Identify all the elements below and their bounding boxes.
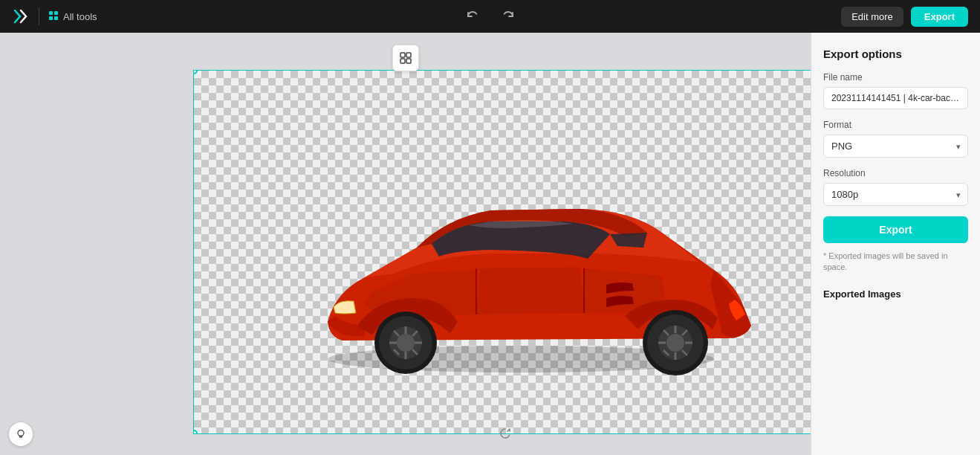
topbar-center (461, 4, 520, 28)
refresh-icon[interactable] (499, 427, 512, 443)
format-label: Format (823, 120, 968, 130)
panel-title: Export options (823, 48, 968, 60)
topbar-divider (39, 7, 39, 25)
svg-rect-7 (406, 59, 411, 63)
svg-rect-2 (49, 16, 53, 20)
main-area: Export options File name 20231114141451 … (0, 33, 980, 455)
svg-rect-1 (54, 11, 58, 15)
svg-rect-5 (406, 53, 411, 57)
export-panel-button[interactable]: Export (823, 216, 968, 243)
topbar-right: Edit more Export (841, 7, 968, 27)
export-note: * Exported images will be saved in space… (823, 251, 968, 274)
canvas-toolbar (392, 45, 419, 71)
lightbulb-icon[interactable] (9, 422, 33, 446)
exported-images-title: Exported Images (823, 288, 968, 300)
grid-tool-button[interactable] (392, 45, 419, 71)
svg-rect-3 (54, 16, 58, 20)
redo-button[interactable] (496, 4, 520, 28)
svg-point-14 (397, 334, 415, 352)
export-panel: Export options File name 20231114141451 … (811, 33, 980, 455)
resolution-select-wrapper: 720p 1080p 4K Original ▾ (823, 183, 968, 206)
logo-area[interactable] (12, 7, 30, 25)
all-tools-label: All tools (63, 11, 97, 22)
logo-icon[interactable] (12, 7, 30, 25)
resolution-select[interactable]: 720p 1080p 4K Original (823, 183, 968, 206)
file-name-label: File name (823, 72, 968, 83)
format-select[interactable]: PNG JPG WEBP (823, 135, 968, 158)
car-image (268, 106, 773, 389)
canvas-area[interactable] (0, 33, 811, 455)
svg-rect-0 (49, 11, 53, 15)
format-select-wrapper: PNG JPG WEBP ▾ (823, 135, 968, 158)
file-name-input[interactable]: 20231114141451 | 4k-car-background-ul... (823, 87, 968, 109)
exported-images-section: Exported Images (823, 288, 968, 300)
canvas-frame[interactable] (193, 70, 811, 434)
edit-more-button[interactable]: Edit more (841, 7, 903, 27)
svg-rect-4 (400, 53, 405, 57)
all-tools-nav[interactable]: All tools (48, 10, 97, 23)
svg-point-26 (666, 334, 684, 352)
topbar: All tools Edit more Export (0, 0, 980, 33)
resolution-label: Resolution (823, 168, 968, 178)
svg-rect-6 (400, 59, 405, 63)
svg-point-35 (18, 430, 24, 436)
tools-icon (48, 10, 59, 23)
export-top-button[interactable]: Export (911, 7, 968, 27)
undo-button[interactable] (461, 4, 484, 28)
